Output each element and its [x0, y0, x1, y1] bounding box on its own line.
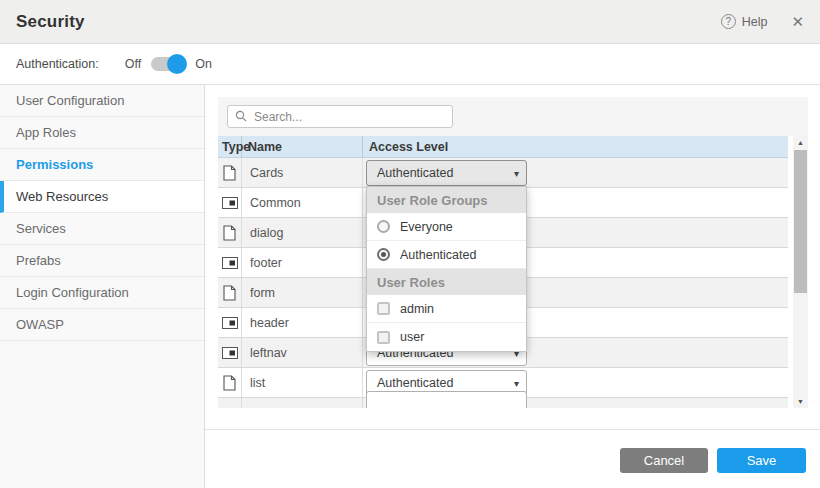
sidebar-item-login-configuration[interactable]: Login Configuration — [0, 277, 204, 309]
toggle-on-label: On — [195, 57, 212, 71]
close-icon[interactable]: ✕ — [791, 14, 804, 29]
authentication-label: Authentication: — [16, 57, 99, 71]
save-button[interactable]: Save — [717, 448, 806, 473]
security-dialog: Security ? Help ✕ Authentication: Off On… — [0, 0, 820, 488]
chevron-down-icon: ▾ — [514, 167, 519, 178]
sidebar: User Configuration App Roles Permissions… — [0, 85, 205, 488]
table-header-row: Type Name Access Level — [218, 136, 788, 158]
row-name: header — [242, 308, 363, 337]
scroll-up-button[interactable]: ▲ — [793, 136, 808, 149]
row-name: leftnav — [242, 338, 363, 367]
help-icon: ? — [721, 14, 736, 29]
column-header-name: Name — [242, 136, 363, 157]
main-content: Type Name Access Level Cards Authenticat… — [205, 85, 820, 488]
option-authenticated[interactable]: Authenticated — [367, 241, 526, 269]
page-icon — [223, 225, 236, 241]
toggle-off-label: Off — [125, 57, 141, 71]
sidebar-item-owasp[interactable]: OWASP — [0, 309, 204, 341]
table-toolbar — [218, 97, 808, 136]
authentication-bar: Authentication: Off On — [0, 44, 820, 85]
partial-icon — [222, 317, 238, 329]
table-scrollbar[interactable]: ▲ ▼ — [793, 136, 808, 408]
table-row — [218, 398, 788, 408]
toggle-knob — [167, 54, 187, 74]
group-header-user-role-groups: User Role Groups — [367, 187, 526, 213]
sidebar-item-user-configuration[interactable]: User Configuration — [0, 85, 204, 117]
row-name: dialog — [242, 218, 363, 247]
radio-selected-icon — [377, 248, 390, 261]
sidebar-item-prefabs[interactable]: Prefabs — [0, 245, 204, 277]
page-title: Security — [16, 12, 85, 32]
row-name: footer — [242, 248, 363, 277]
option-everyone[interactable]: Everyone — [367, 213, 526, 241]
sidebar-item-web-resources[interactable]: Web Resources — [0, 181, 204, 213]
row-name: list — [242, 368, 363, 397]
sidebar-item-app-roles[interactable]: App Roles — [0, 117, 204, 149]
checkbox-icon — [377, 331, 390, 344]
cancel-button[interactable]: Cancel — [620, 448, 708, 473]
dialog-header: Security ? Help ✕ — [0, 0, 820, 44]
column-header-type: Type — [218, 136, 242, 157]
footer-divider — [205, 429, 820, 430]
page-icon — [223, 285, 236, 301]
page-icon — [223, 375, 236, 391]
search-input[interactable] — [227, 105, 453, 128]
checkbox-icon — [377, 302, 390, 315]
partial-icon — [222, 257, 238, 269]
table-row: Cards Authenticated ▾ — [218, 158, 788, 188]
chevron-down-icon: ▾ — [514, 377, 519, 388]
group-header-user-roles: User Roles — [367, 269, 526, 295]
partial-icon — [222, 197, 238, 209]
authentication-toggle[interactable] — [151, 57, 185, 71]
access-level-select[interactable]: Authenticated ▾ — [366, 160, 527, 186]
column-header-access-level: Access Level — [363, 136, 788, 157]
row-name: Common — [242, 188, 363, 217]
sidebar-item-permissions[interactable]: Permissions — [0, 149, 204, 181]
access-level-select[interactable] — [366, 391, 527, 408]
help-button[interactable]: ? Help — [721, 14, 768, 29]
web-resources-panel: Type Name Access Level Cards Authenticat… — [218, 97, 808, 408]
sidebar-item-services[interactable]: Services — [0, 213, 204, 245]
help-label: Help — [742, 15, 768, 29]
access-level-dropdown-panel: User Role Groups Everyone Authenticated … — [366, 186, 527, 352]
radio-icon — [377, 220, 390, 233]
option-admin[interactable]: admin — [367, 295, 526, 323]
option-user[interactable]: user — [367, 323, 526, 351]
scroll-thumb[interactable] — [794, 150, 807, 293]
row-name: Cards — [242, 158, 363, 187]
page-icon — [223, 165, 236, 181]
search-icon — [235, 110, 247, 122]
row-name: form — [242, 278, 363, 307]
scroll-down-button[interactable]: ▼ — [793, 395, 808, 408]
partial-icon — [222, 347, 238, 359]
